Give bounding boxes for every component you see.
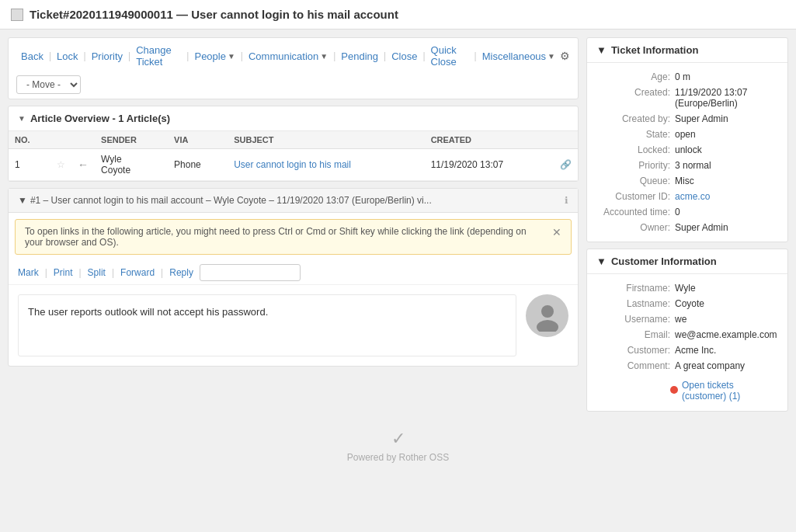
split-button[interactable]: Split — [85, 266, 109, 279]
username-value: we — [675, 314, 687, 325]
col-star — [50, 131, 71, 149]
ticket-header: Ticket#2020111949000011 — User cannot lo… — [0, 0, 796, 30]
gear-icon[interactable]: ⚙ — [560, 50, 570, 62]
lastname-value: Coyote — [675, 298, 704, 309]
col-no: NO. — [9, 131, 50, 149]
customer-information-title: Customer Information — [611, 256, 717, 267]
created-label: Created: — [596, 87, 670, 98]
ticket-information-card: ▼ Ticket Information Age: 0 m Created: 1… — [586, 37, 788, 242]
avatar — [526, 294, 568, 337]
forward-button[interactable]: Forward — [117, 266, 158, 279]
article-detail-header[interactable]: ▼ #1 – User cannot login to his mail acc… — [9, 189, 578, 213]
communication-button[interactable]: Communication ▼ — [244, 49, 332, 64]
lastname-label: Lastname: — [596, 298, 670, 309]
owner-value: Super Admin — [675, 222, 728, 233]
ticket-information-header[interactable]: ▼ Ticket Information — [587, 38, 787, 63]
customer-id-label: Customer ID: — [596, 191, 670, 202]
info-icon[interactable]: ℹ — [565, 195, 568, 206]
reply-input[interactable] — [200, 264, 301, 281]
email-label: Email: — [596, 329, 670, 340]
people-dropdown-arrow: ▼ — [228, 52, 235, 61]
state-label: State: — [596, 129, 670, 140]
attachment-cell: 🔗 — [554, 149, 578, 181]
article-actions-bar: Mark | Print | Split | Forward | Reply — [9, 261, 578, 285]
article-detail-card: ▼ #1 – User cannot login to his mail acc… — [8, 188, 579, 367]
article-table: NO. SENDER VIA SUBJECT CREATED 1 ☆ ← — [9, 131, 578, 181]
svg-point-1 — [537, 320, 558, 332]
firstname-label: Firstname: — [596, 283, 670, 294]
col-direction — [71, 131, 95, 149]
accounted-time-label: Accounted time: — [596, 207, 670, 217]
customer-value: Acme Inc. — [675, 345, 716, 356]
priority-label: Priority: — [596, 160, 670, 171]
alert-close-button[interactable]: ✕ — [552, 226, 561, 238]
article-body: The user reports outlook will not accept… — [9, 285, 578, 366]
article-detail-title: #1 – User cannot login to his mail accou… — [30, 195, 432, 206]
star-cell[interactable]: ☆ — [50, 149, 71, 181]
mark-button[interactable]: Mark — [15, 266, 42, 279]
customer-label: Customer: — [596, 345, 670, 356]
article-overview-header[interactable]: ▼ Article Overview - 1 Article(s) — [9, 106, 578, 131]
footer: ✓ Powered by Rother OSS — [0, 419, 796, 472]
star-icon: ☆ — [57, 159, 65, 170]
reply-button[interactable]: Reply — [166, 266, 196, 279]
incoming-arrow-icon: ← — [78, 158, 89, 171]
locked-value: unlock — [675, 144, 702, 155]
comment-value: A great company — [675, 360, 745, 371]
created-by-value: Super Admin — [675, 113, 728, 124]
table-row[interactable]: 1 ☆ ← WyleCoyote Phone User cannot login… — [9, 149, 578, 181]
direction-cell: ← — [71, 149, 95, 181]
col-sender: SENDER — [95, 131, 168, 149]
open-tickets-link[interactable]: Open tickets (customer) (1) — [682, 377, 778, 403]
accounted-time-value: 0 — [675, 207, 680, 217]
alert-text: To open links in the following article, … — [25, 226, 546, 248]
firstname-value: Wyle — [675, 283, 696, 294]
via-cell: Phone — [168, 149, 228, 181]
owner-label: Owner: — [596, 222, 670, 233]
footer-text: Powered by Rother OSS — [347, 452, 449, 463]
miscellaneous-button[interactable]: Miscellaneous ▼ — [478, 49, 560, 64]
misc-dropdown-arrow: ▼ — [547, 52, 555, 61]
footer-check-icon: ✓ — [391, 429, 405, 449]
move-dropdown[interactable]: - Move - — [16, 75, 81, 94]
customer-information-body: Firstname: Wyle Lastname: Coyote Usernam… — [587, 274, 787, 411]
back-button[interactable]: Back — [16, 49, 48, 64]
article-content: The user reports outlook will not accept… — [18, 294, 516, 356]
article-no: 1 — [9, 149, 50, 181]
queue-label: Queue: — [596, 176, 670, 186]
pending-button[interactable]: Pending — [336, 49, 383, 64]
username-label: Username: — [596, 314, 670, 325]
chevron-down-icon: ▼ — [18, 114, 26, 123]
toolbar-card: Back | Lock | Priority | Change Ticket |… — [8, 37, 579, 99]
locked-label: Locked: — [596, 144, 670, 155]
subject-cell[interactable]: User cannot login to his mail — [228, 149, 424, 181]
queue-value: Misc — [675, 176, 694, 186]
people-button[interactable]: People ▼ — [189, 49, 239, 64]
created-by-label: Created by: — [596, 113, 670, 124]
ticket-checkbox[interactable] — [11, 9, 23, 21]
article-overview-card: ▼ Article Overview - 1 Article(s) NO. SE… — [8, 106, 579, 182]
priority-button[interactable]: Priority — [87, 49, 127, 64]
created-cell: 11/19/2020 13:07 — [425, 149, 554, 181]
article-overview-title: Article Overview - 1 Article(s) — [30, 113, 170, 124]
age-value: 0 m — [675, 71, 690, 82]
state-value: open — [675, 129, 696, 140]
change-ticket-button[interactable]: Change Ticket — [131, 43, 186, 69]
chevron-down-icon-customer: ▼ — [596, 256, 607, 267]
ticket-information-body: Age: 0 m Created: 11/19/2020 13:07 (Euro… — [587, 63, 787, 242]
col-via: VIA — [168, 131, 228, 149]
red-dot-icon — [670, 386, 678, 394]
customer-information-header[interactable]: ▼ Customer Information — [587, 249, 787, 274]
comment-label: Comment: — [596, 360, 670, 371]
quick-close-button[interactable]: Quick Close — [426, 43, 474, 69]
alert-banner: To open links in the following article, … — [15, 219, 572, 255]
ticket-information-title: Ticket Information — [611, 44, 698, 56]
chevron-down-icon-ticket: ▼ — [596, 44, 607, 56]
customer-id-value[interactable]: acme.co — [675, 191, 710, 202]
lock-button[interactable]: Lock — [52, 49, 82, 64]
sender-cell: WyleCoyote — [95, 149, 168, 181]
print-button[interactable]: Print — [50, 266, 76, 279]
close-button[interactable]: Close — [387, 49, 422, 64]
customer-information-card: ▼ Customer Information Firstname: Wyle L… — [586, 249, 788, 412]
attachment-icon: 🔗 — [560, 159, 572, 170]
